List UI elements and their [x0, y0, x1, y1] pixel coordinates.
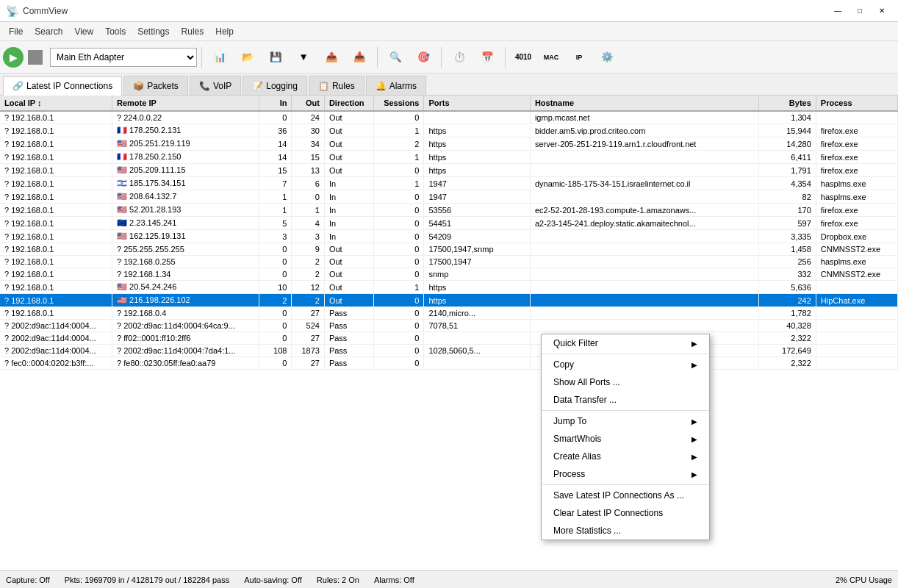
ctx-clear-latest[interactable]: Clear Latest IP Connections	[542, 504, 709, 522]
table-cell: CNMNSST2.exe	[816, 268, 897, 281]
col-header-direction[interactable]: Direction	[324, 96, 373, 111]
ctx-quick-filter[interactable]: Quick Filter▶	[542, 334, 709, 352]
schedule-icon: 📅	[481, 51, 494, 62]
capture-button[interactable]: 🎯	[410, 44, 437, 71]
ip-icon: IP	[576, 54, 583, 61]
table-cell: 🇺🇸 216.198.226.102	[112, 294, 259, 307]
app-title: CommView	[23, 6, 827, 16]
ctx-save-latest[interactable]: Save Latest IP Connections As ...	[542, 487, 709, 504]
menu-tools[interactable]: Tools	[99, 24, 132, 39]
stop-button[interactable]	[28, 50, 43, 65]
table-cell: 2	[374, 137, 424, 151]
table-cell: 3	[259, 230, 292, 243]
table-row[interactable]: ? 192.168.0.1🇪🇺 2.23.145.24154In054451a2…	[0, 217, 898, 230]
menu-settings[interactable]: Settings	[132, 24, 175, 39]
tab-logging[interactable]: 📝 Logging	[243, 76, 307, 95]
table-cell: 0	[374, 294, 424, 307]
export-button[interactable]: 📤	[318, 44, 345, 71]
table-cell: Out	[324, 111, 373, 124]
table-cell: 12	[292, 281, 324, 294]
menu-rules[interactable]: Rules	[176, 24, 210, 39]
table-cell: In	[324, 217, 373, 230]
table-cell: 0	[259, 320, 292, 332]
timer-button[interactable]: ⏱️	[446, 44, 473, 71]
ctx-more-stats[interactable]: More Statistics ...	[542, 522, 709, 539]
tab-voip[interactable]: 📞 VoIP	[190, 76, 241, 95]
table-cell	[530, 307, 758, 320]
table-row[interactable]: ? 192.168.0.1? 192.168.0.4027Pass02140,m…	[0, 307, 898, 320]
table-row[interactable]: ? 192.168.0.1🇺🇸 216.198.226.10222Out0htt…	[0, 294, 898, 307]
table-cell: a2-23-145-241.deploy.static.akamaitechno…	[530, 217, 758, 230]
adapter-select[interactable]: Main Eth Adapter	[50, 48, 197, 67]
ctx-process[interactable]: Process▶	[542, 465, 709, 483]
table-row[interactable]: ? fec0::0004:0202:b3ff:...? fe80::0230:0…	[0, 357, 898, 370]
save-button[interactable]: 💾	[262, 44, 289, 71]
table-cell	[530, 151, 758, 164]
ctx-smart-whois[interactable]: SmartWhois▶	[542, 430, 709, 448]
play-button[interactable]: ▶	[3, 47, 24, 68]
tab-latest-ip[interactable]: 🔗 Latest IP Connections	[3, 76, 122, 96]
save-arrow-button[interactable]: ▼	[290, 44, 317, 71]
table-cell: 0	[374, 345, 424, 357]
table-row[interactable]: ? 192.168.0.1🇫🇷 178.250.2.1501415Out1htt…	[0, 151, 898, 164]
ctx-data-transfer[interactable]: Data Transfer ...	[542, 391, 709, 409]
ctx-create-alias[interactable]: Create Alias▶	[542, 448, 709, 465]
table-row[interactable]: ? 192.168.0.1🇺🇸 205.251.219.1191434Out2h…	[0, 137, 898, 151]
open-icon: 📂	[242, 51, 254, 62]
settings2-button[interactable]: ⚙️	[594, 44, 620, 71]
table-cell: 7	[259, 177, 292, 190]
col-header-localip[interactable]: Local IP ↕	[0, 96, 112, 111]
menu-help[interactable]: Help	[209, 24, 240, 39]
minimize-button[interactable]: —	[827, 4, 848, 18]
open-button[interactable]: 📂	[234, 44, 261, 71]
ctx-jump-to[interactable]: Jump To▶	[542, 412, 709, 430]
col-header-out[interactable]: Out	[292, 96, 324, 111]
tab-alarms[interactable]: 🔔 Alarms	[366, 76, 426, 95]
table-row[interactable]: ? 192.168.0.1? 255.255.255.25509Out01750…	[0, 243, 898, 256]
export2-button[interactable]: 📥	[346, 44, 373, 71]
table-row[interactable]: ? 192.168.0.1? 224.0.0.22024Out0igmp.mca…	[0, 111, 898, 124]
mac-button[interactable]: MAC	[538, 44, 564, 71]
table-row[interactable]: ? 192.168.0.1? 192.168.1.3402Out0snmp332…	[0, 268, 898, 281]
table-row[interactable]: ? 192.168.0.1? 192.168.0.25502Out017500,…	[0, 256, 898, 268]
table-cell: ? 192.168.0.1	[0, 217, 112, 230]
table-row[interactable]: ? 192.168.0.1🇮🇱 185.175.34.15176In11947d…	[0, 177, 898, 190]
col-header-remoteip[interactable]: Remote IP	[112, 96, 259, 111]
tab-rules[interactable]: 📋 Rules	[309, 76, 364, 95]
table-row[interactable]: ? 192.168.0.1🇺🇸 208.64.132.710In0194782h…	[0, 190, 898, 204]
ctx-show-all-ports[interactable]: Show All Ports ...	[542, 373, 709, 391]
col-header-ports[interactable]: Ports	[424, 96, 530, 111]
toolbar-separator-1	[201, 47, 202, 68]
ctx-copy[interactable]: Copy▶	[542, 356, 709, 373]
menu-file[interactable]: File	[3, 24, 29, 39]
menu-search[interactable]: Search	[29, 24, 68, 39]
table-cell: Pass	[324, 320, 373, 332]
table-cell: 4,354	[759, 177, 816, 190]
stats-button[interactable]: 📊	[206, 44, 233, 71]
menu-view[interactable]: View	[68, 24, 99, 39]
table-row[interactable]: ? 192.168.0.1🇺🇸 20.54.24.2461012Out1http…	[0, 281, 898, 294]
col-header-hostname[interactable]: Hostname	[530, 96, 758, 111]
ctx-sep-2	[542, 410, 709, 411]
close-button[interactable]: ✕	[872, 4, 892, 18]
table-row[interactable]: ? 2002:d9ac:11d4:0004...? 2002:d9ac:11d4…	[0, 320, 898, 332]
table-row[interactable]: ? 192.168.0.1🇺🇸 52.201.28.19311In053556e…	[0, 204, 898, 217]
table-row[interactable]: ? 2002:d9ac:11d4:0004...? 2002:d9ac:11d4…	[0, 345, 898, 357]
col-header-in[interactable]: In	[259, 96, 292, 111]
table-row[interactable]: ? 192.168.0.1🇫🇷 178.250.2.1313630Out1htt…	[0, 124, 898, 137]
col-header-bytes[interactable]: Bytes	[759, 96, 816, 111]
table-cell	[424, 357, 530, 370]
ip-button[interactable]: IP	[566, 44, 592, 71]
table-row[interactable]: ? 2002:d9ac:11d4:0004...? ff02::0001:ff1…	[0, 332, 898, 345]
col-header-sessions[interactable]: Sessions	[374, 96, 424, 111]
table-row[interactable]: ? 192.168.0.1🇺🇸 162.125.19.13133In054209…	[0, 230, 898, 243]
table-row[interactable]: ? 192.168.0.1🇺🇸 205.209.111.151513Out0ht…	[0, 164, 898, 177]
search-button[interactable]: 🔍	[382, 44, 409, 71]
table-cell: Out	[324, 294, 373, 307]
tab-packets[interactable]: 📦 Packets	[123, 76, 188, 95]
counter-button[interactable]: 4010	[510, 44, 536, 71]
col-header-process[interactable]: Process	[816, 96, 897, 111]
table-cell: https	[424, 137, 530, 151]
maximize-button[interactable]: □	[849, 4, 870, 18]
schedule-button[interactable]: 📅	[474, 44, 500, 71]
